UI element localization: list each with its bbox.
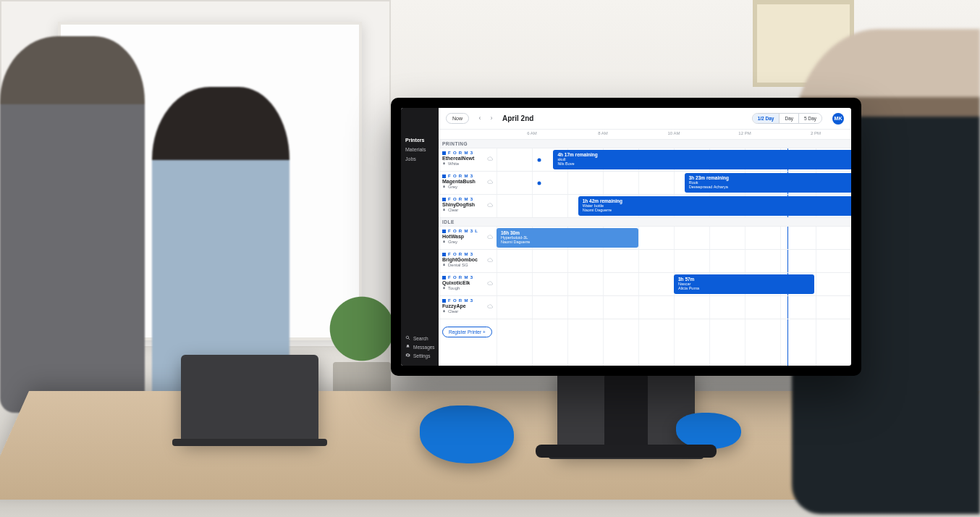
- printer-model: F O R M 3: [442, 174, 493, 178]
- printer-cell[interactable]: F O R M 3ShinyDogfishClear: [439, 195, 497, 217]
- printer-track[interactable]: 3h 57mNascarAlicia Puma: [497, 273, 851, 295]
- sidebar: PrintersMaterialsJobs SearchMessagesSett…: [401, 108, 439, 366]
- printer-model: F O R M 3 L: [442, 229, 493, 233]
- job-block[interactable]: 4h 17m remainingskullNils Bove: [553, 150, 851, 169]
- app-screen: PrintersMaterialsJobs SearchMessagesSett…: [401, 108, 851, 366]
- printer-material: Clear: [442, 309, 493, 314]
- job-block[interactable]: 16h 30mHyperboloid-3LNaomi Daguerre: [497, 228, 638, 248]
- cloud-icon: [487, 198, 493, 203]
- job-title: 1h 42m remaining: [583, 198, 851, 203]
- printer-row: F O R M 3ShinyDogfishClear1h 42m remaini…: [439, 195, 851, 218]
- printer-cell[interactable]: F O R M 3MagentaBushGrey: [439, 172, 497, 194]
- range-1-2-day[interactable]: 1/2 Day: [753, 114, 780, 123]
- printer-material: Clear: [442, 208, 493, 212]
- timeline-node: [537, 158, 541, 161]
- printer-model: F O R M 3: [442, 252, 493, 256]
- job-owner: Naomi Daguerre: [501, 240, 634, 244]
- job-block[interactable]: 1h 42m remainingWater bottleNaomi Daguer…: [578, 196, 851, 216]
- monitor-stand: [604, 373, 648, 453]
- printer-model: F O R M 3: [442, 197, 493, 201]
- register-row: Register Printer +: [439, 319, 851, 342]
- printer-name: MagentaBush: [442, 179, 493, 184]
- blue-object-2: [676, 413, 741, 449]
- printer-cell[interactable]: F O R M 3BrightGombocDental SG: [439, 250, 497, 272]
- printer-model: F O R M 3: [442, 275, 493, 279]
- printer-cell[interactable]: F O R M 3FuzzyApeClear: [439, 296, 497, 319]
- job-title: 4h 17m remaining: [557, 152, 851, 157]
- sidebar-foot-settings[interactable]: Settings: [405, 351, 434, 360]
- printer-icon: [442, 276, 446, 279]
- drop-icon: [442, 286, 446, 290]
- hour-label: 12 PM: [738, 131, 751, 135]
- timeline-node: [537, 181, 541, 185]
- prev-button[interactable]: ‹: [475, 114, 485, 124]
- label: Search: [413, 336, 428, 341]
- printer-name: ShinyDogfish: [442, 202, 493, 207]
- printer-name: HotWasp: [442, 234, 493, 239]
- job-title: 16h 30m: [501, 230, 634, 235]
- monitor: PrintersMaterialsJobs SearchMessagesSett…: [391, 98, 861, 376]
- printer-track[interactable]: 1h 42m remainingWater bottleNaomi Daguer…: [497, 195, 851, 217]
- printer-row: F O R M 3EtherealNewtWhite4h 17m remaini…: [439, 148, 851, 172]
- sidebar-foot-messages[interactable]: Messages: [405, 342, 434, 351]
- drop-icon: [442, 240, 446, 244]
- section-header: IDLE: [439, 218, 851, 227]
- printer-track[interactable]: 16h 30mHyperboloid-3LNaomi Daguerre6h 42…: [497, 227, 851, 249]
- job-owner: Naomi Daguerre: [583, 208, 851, 212]
- bell-icon: [405, 344, 410, 350]
- printer-material: Tough: [442, 286, 493, 290]
- cloud-icon: [487, 253, 493, 258]
- range-day[interactable]: Day: [779, 114, 798, 123]
- avatar[interactable]: MK: [832, 113, 844, 125]
- printer-cell[interactable]: F O R M 3QuixoticElkTough: [439, 273, 497, 295]
- drop-icon: [442, 309, 446, 314]
- range-toggle: 1/2 DayDay5 Day: [752, 113, 822, 124]
- printer-cell[interactable]: F O R M 3 LHotWaspGrey: [439, 227, 497, 249]
- cloud-icon: [487, 175, 493, 180]
- svg-point-0: [406, 336, 409, 339]
- printer-material: Grey: [442, 240, 493, 244]
- printer-cell[interactable]: F O R M 3EtherealNewtWhite: [439, 148, 497, 171]
- monitor-foot: [536, 445, 717, 458]
- sidebar-item-printers[interactable]: Printers: [405, 135, 434, 145]
- job-owner: Nils Bove: [557, 161, 851, 166]
- register-printer-button[interactable]: Register Printer +: [442, 327, 492, 337]
- range-5-day[interactable]: 5 Day: [798, 114, 821, 123]
- printer-track[interactable]: 4h 17m remainingskullNils Bove: [497, 148, 851, 171]
- hour-label: 8 AM: [598, 131, 608, 135]
- printer-icon: [442, 198, 446, 201]
- section-header: PRINTING: [439, 140, 851, 148]
- cloud-icon: [487, 230, 493, 235]
- sidebar-item-materials[interactable]: Materials: [405, 145, 434, 154]
- blue-object-1: [420, 405, 514, 463]
- next-button[interactable]: ›: [486, 114, 497, 124]
- printer-row: F O R M 3MagentaBushGrey3h 23m remaining…: [439, 172, 851, 195]
- printer-name: BrightGomboc: [442, 257, 493, 262]
- hour-label: 6 AM: [527, 131, 537, 135]
- sidebar-item-jobs[interactable]: Jobs: [405, 154, 434, 164]
- printer-material: White: [442, 161, 493, 166]
- cloud-icon: [487, 276, 493, 282]
- printer-track[interactable]: 3h 23m remainingRookDeveeprasad Acharya: [497, 172, 851, 194]
- printer-material: Dental SG: [442, 263, 493, 267]
- drop-icon: [442, 263, 446, 267]
- hour-label: 10 AM: [667, 131, 680, 135]
- job-title: 3h 57m: [678, 277, 810, 282]
- now-button[interactable]: Now: [446, 113, 469, 124]
- sidebar-foot-search[interactable]: Search: [405, 334, 434, 342]
- job-block[interactable]: 3h 23m remainingRookDeveeprasad Acharya: [685, 173, 851, 193]
- label: Messages: [413, 345, 435, 350]
- printer-name: QuixoticElk: [442, 280, 493, 285]
- search-icon: [405, 335, 410, 341]
- drop-icon: [442, 185, 446, 189]
- job-block[interactable]: 3h 57mNascarAlicia Puma: [674, 274, 814, 294]
- date-nav: ‹ ›: [475, 114, 497, 124]
- printer-track[interactable]: 4h 12mDental ArchYaj Pistrovei: [497, 250, 851, 272]
- date-title: April 2nd: [502, 114, 533, 122]
- printer-track[interactable]: [497, 296, 851, 319]
- timeline-body[interactable]: PRINTINGF O R M 3EtherealNewtWhite4h 17m…: [439, 140, 851, 366]
- printer-icon: [442, 175, 446, 178]
- svg-line-1: [408, 338, 410, 340]
- printer-icon: [442, 253, 446, 256]
- printer-name: FuzzyApe: [442, 303, 493, 308]
